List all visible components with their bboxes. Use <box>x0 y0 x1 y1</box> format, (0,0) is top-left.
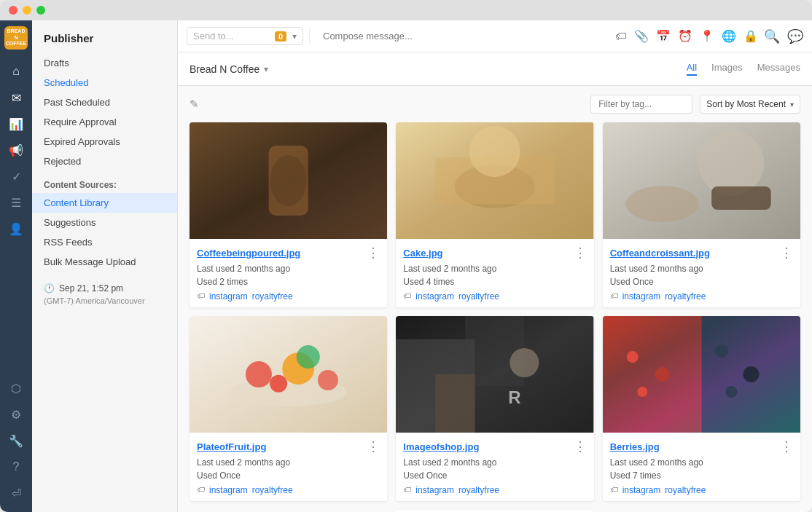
card-tags-coffee: 🏷 instagram royaltyfree <box>197 291 380 302</box>
sidebar-item-bulk-upload[interactable]: Bulk Message Upload <box>32 252 177 272</box>
sidebar-item-expired-approvals[interactable]: Expired Approvals <box>32 132 177 151</box>
nav-icon-home[interactable]: ⌂ <box>0 58 32 84</box>
svg-point-30 <box>714 344 727 358</box>
location-icon[interactable]: 📍 <box>700 29 714 43</box>
sidebar-item-drafts[interactable]: Drafts <box>32 53 177 73</box>
card-thumbnail-shop: R <box>396 316 593 433</box>
publisher-tabs: All Images Messages <box>687 62 800 76</box>
card-title-coffee[interactable]: Coffeebeingpoured.jpg <box>197 248 300 259</box>
filter-by-tag-input[interactable] <box>590 95 692 114</box>
send-to-placeholder: Send to... <box>193 31 234 42</box>
card-body-coffee: Coffeebeingpoured.jpg ⋮ Last used 2 mont… <box>190 239 387 307</box>
nav-icon-analytics[interactable]: 📊 <box>0 111 32 137</box>
clock-icon: 🕐 <box>44 283 55 294</box>
tag-icon-croissant: 🏷 <box>610 291 618 302</box>
card-menu-fruit[interactable]: ⋮ <box>367 440 380 453</box>
search-icon[interactable]: 🔍 <box>764 28 780 44</box>
svg-rect-2 <box>269 146 308 216</box>
card-title-cake[interactable]: Cake.jpg <box>403 248 442 259</box>
svg-point-13 <box>246 361 272 387</box>
media-card-croissant: Coffeandcroissant.jpg ⋮ Last used 2 mont… <box>603 122 800 307</box>
close-button[interactable] <box>9 6 17 15</box>
content-toolbar: ✎ Sort by Most Recent ▾ <box>190 95 800 114</box>
card-meta-shop: Last used 2 months ago Used Once <box>403 456 586 482</box>
sidebar-section-title: Publisher <box>32 32 177 53</box>
lock-icon[interactable]: 🔒 <box>743 29 758 43</box>
calendar-icon[interactable]: 📅 <box>656 29 671 43</box>
titlebar <box>0 0 812 20</box>
card-title-shop[interactable]: Imageofshop.jpg <box>403 441 479 452</box>
sort-dropdown[interactable]: Sort by Most Recent ▾ <box>700 95 800 114</box>
tag-instagram-croissant[interactable]: instagram <box>622 291 661 302</box>
timezone-display: (GMT-7) America/Vancouver <box>32 296 177 305</box>
tab-all[interactable]: All <box>687 62 697 76</box>
main-area: Send to... 0 ▾ 🏷 📎 📅 ⏰ 📍 🌐 🔒 🔍 💬 <box>178 20 812 512</box>
svg-point-28 <box>655 367 669 382</box>
card-title-berries[interactable]: Berries.jpg <box>610 441 660 452</box>
sidebar-item-scheduled[interactable]: Scheduled <box>32 73 177 92</box>
nav-icon-campaigns[interactable]: 📢 <box>0 137 32 163</box>
send-to-badge: 0 <box>275 31 286 42</box>
nav-icon-tools[interactable]: 🔧 <box>0 428 32 454</box>
sidebar-item-past-scheduled[interactable]: Past Scheduled <box>32 92 177 112</box>
tag-royaltyfree-croissant[interactable]: royaltyfree <box>665 291 706 302</box>
sidebar-item-require-approval[interactable]: Require Approval <box>32 112 177 132</box>
card-thumbnail-croissant <box>603 122 800 239</box>
edit-icon[interactable]: ✎ <box>190 98 199 111</box>
tag-instagram-coffee[interactable]: instagram <box>209 291 248 302</box>
nav-icon-publisher[interactable]: ✉ <box>0 84 32 111</box>
sort-label: Sort by Most Recent <box>706 99 786 109</box>
tag-instagram-fruit[interactable]: instagram <box>209 485 248 495</box>
card-menu-berries[interactable]: ⋮ <box>780 440 793 453</box>
tag-icon[interactable]: 🏷 <box>615 30 627 43</box>
nav-icon-integrations[interactable]: ⬡ <box>0 375 32 401</box>
breadcrumb-chevron-icon[interactable]: ▾ <box>264 64 268 74</box>
card-title-croissant[interactable]: Coffeandcroissant.jpg <box>610 248 710 259</box>
card-thumbnail-fruit <box>190 316 387 433</box>
sidebar-item-rejected[interactable]: Rejected <box>32 151 177 171</box>
card-menu-coffee[interactable]: ⋮ <box>367 246 380 259</box>
card-menu-croissant[interactable]: ⋮ <box>780 246 793 259</box>
tag-royaltyfree-berries[interactable]: royaltyfree <box>665 485 706 495</box>
nav-icon-users[interactable]: 👤 <box>0 216 32 242</box>
tag-royaltyfree-fruit[interactable]: royaltyfree <box>252 485 293 495</box>
datetime-display: 🕐 Sep 21, 1:52 pm <box>32 272 177 296</box>
sidebar-item-content-library[interactable]: Content Library <box>32 193 177 213</box>
card-body-berries: Berries.jpg ⋮ Last used 2 months ago Use… <box>603 433 800 501</box>
tag-instagram-berries[interactable]: instagram <box>622 485 661 495</box>
clock-icon[interactable]: ⏰ <box>678 29 692 43</box>
message-toolbar: 🏷 📎 📅 ⏰ 📍 🌐 🔒 <box>615 29 758 43</box>
sidebar-item-rss-feeds[interactable]: RSS Feeds <box>32 232 177 252</box>
tag-icon-cake: 🏷 <box>403 291 411 302</box>
card-thumbnail-cake <box>396 122 593 239</box>
nav-icon-logout[interactable]: ⏎ <box>0 480 32 506</box>
tag-royaltyfree-coffee[interactable]: royaltyfree <box>252 291 293 302</box>
tab-images[interactable]: Images <box>711 62 743 76</box>
nav-icon-settings[interactable]: ⚙ <box>0 401 32 428</box>
tag-royaltyfree-cake[interactable]: royaltyfree <box>458 291 499 302</box>
nav-icon-tasks[interactable]: ✓ <box>0 163 32 189</box>
tag-royaltyfree-shop[interactable]: royaltyfree <box>458 485 499 495</box>
nav-icon-lists[interactable]: ☰ <box>0 189 32 216</box>
notifications-icon[interactable]: 💬 <box>787 28 803 44</box>
svg-point-32 <box>725 386 737 398</box>
attachment-icon[interactable]: 📎 <box>634 29 649 43</box>
tag-instagram-shop[interactable]: instagram <box>415 485 454 495</box>
tag-instagram-cake[interactable]: instagram <box>415 291 454 302</box>
svg-point-31 <box>743 366 759 382</box>
globe-icon[interactable]: 🌐 <box>722 29 736 43</box>
tag-icon-fruit: 🏷 <box>197 485 205 495</box>
card-body-fruit: PlateofFruit.jpg ⋮ Last used 2 months ag… <box>190 433 387 501</box>
tab-messages[interactable]: Messages <box>757 62 800 76</box>
card-title-fruit[interactable]: PlateofFruit.jpg <box>197 441 266 452</box>
maximize-button[interactable] <box>36 6 45 15</box>
nav-icon-help[interactable]: ? <box>0 454 32 480</box>
card-menu-shop[interactable]: ⋮ <box>574 440 587 453</box>
minimize-button[interactable] <box>23 6 31 15</box>
send-to-field[interactable]: Send to... 0 ▾ <box>187 27 303 45</box>
compose-message-input[interactable] <box>317 28 609 44</box>
sidebar-item-suggestions[interactable]: Suggestions <box>32 213 177 232</box>
card-menu-cake[interactable]: ⋮ <box>574 246 587 259</box>
dropdown-arrow-icon[interactable]: ▾ <box>292 31 297 42</box>
card-tags-shop: 🏷 instagram royaltyfree <box>403 485 586 495</box>
